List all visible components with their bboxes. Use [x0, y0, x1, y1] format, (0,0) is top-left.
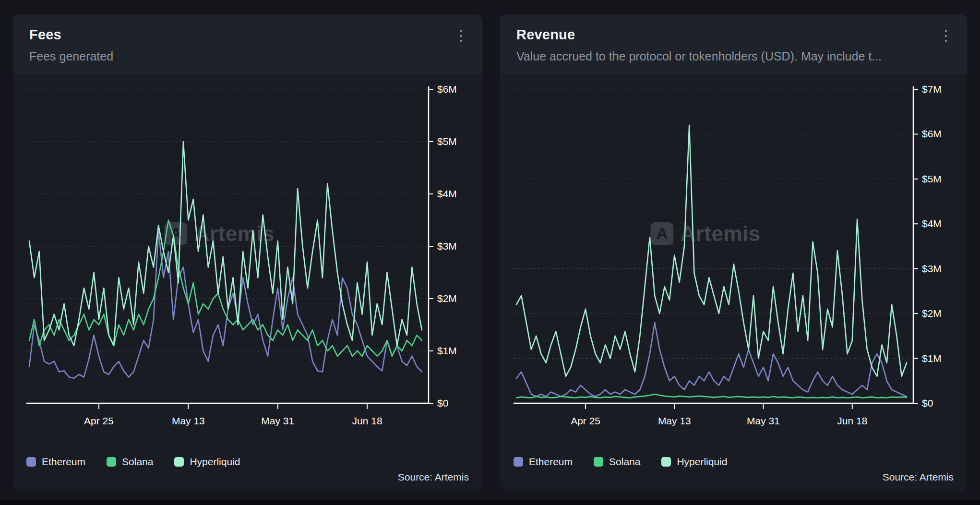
- legend-label: Hyperliquid: [190, 456, 240, 468]
- ethereum-swatch-icon: [26, 457, 36, 467]
- fees-card: Fees Fees generated ⋮ A Artemis $0$1M$2M…: [13, 14, 482, 492]
- revenue-card-header: Revenue Value accrued to the protocol or…: [500, 14, 967, 74]
- bottom-strip: [0, 500, 980, 505]
- legend-label: Ethereum: [529, 456, 573, 468]
- svg-text:Jun 18: Jun 18: [352, 415, 382, 426]
- fees-chart-area: A Artemis $0$1M$2M$3M$4M$5M$6MApr 25May …: [13, 74, 482, 454]
- svg-text:Apr 25: Apr 25: [84, 415, 114, 426]
- solana-swatch-icon: [107, 457, 116, 467]
- source-attribution: Source: Artemis: [514, 471, 954, 483]
- legend-item-hyperliquid[interactable]: Hyperliquid: [661, 456, 727, 468]
- revenue-card-footer: Ethereum Solana Hyperliquid Source: Arte…: [500, 454, 967, 492]
- hyperliquid-swatch-icon: [174, 457, 184, 467]
- svg-text:$6M: $6M: [437, 84, 457, 95]
- legend-item-ethereum[interactable]: Ethereum: [26, 456, 85, 468]
- svg-text:$6M: $6M: [922, 128, 942, 139]
- solana-swatch-icon: [594, 457, 603, 467]
- legend-label: Ethereum: [42, 456, 85, 468]
- svg-text:$0: $0: [437, 397, 448, 409]
- page-title: Fees: [29, 27, 466, 43]
- fees-card-footer: Ethereum Solana Hyperliquid Source: Arte…: [13, 454, 482, 492]
- legend-label: Hyperliquid: [677, 456, 727, 468]
- svg-text:May 31: May 31: [261, 415, 294, 426]
- svg-text:$4M: $4M: [922, 218, 942, 229]
- svg-text:$5M: $5M: [437, 136, 457, 147]
- revenue-line-chart[interactable]: $0$1M$2M$3M$4M$5M$6M$7MApr 25May 13May 3…: [514, 81, 954, 432]
- svg-text:$1M: $1M: [922, 353, 942, 364]
- legend-item-solana[interactable]: Solana: [594, 456, 640, 468]
- legend-item-solana[interactable]: Solana: [107, 456, 153, 468]
- svg-text:$3M: $3M: [922, 263, 942, 274]
- svg-text:Jun 18: Jun 18: [837, 415, 867, 426]
- svg-text:$5M: $5M: [922, 173, 942, 184]
- legend-item-hyperliquid[interactable]: Hyperliquid: [174, 456, 240, 468]
- svg-text:$4M: $4M: [437, 188, 457, 199]
- svg-text:$1M: $1M: [437, 345, 457, 356]
- card-subtitle: Value accrued to the protocol or tokenho…: [516, 49, 951, 63]
- svg-text:$2M: $2M: [922, 308, 942, 319]
- legend-label: Solana: [122, 456, 153, 468]
- revenue-card: Revenue Value accrued to the protocol or…: [500, 14, 967, 492]
- svg-text:Apr 25: Apr 25: [571, 415, 600, 426]
- svg-text:May 31: May 31: [747, 415, 780, 426]
- revenue-chart-area: A Artemis $0$1M$2M$3M$4M$5M$6M$7MApr 25M…: [500, 74, 967, 454]
- fees-card-header: Fees Fees generated ⋮: [13, 14, 482, 74]
- card-subtitle: Fees generated: [29, 49, 466, 63]
- ethereum-swatch-icon: [514, 457, 523, 467]
- svg-text:May 13: May 13: [172, 415, 205, 426]
- legend: Ethereum Solana Hyperliquid: [26, 456, 469, 468]
- hyperliquid-swatch-icon: [661, 457, 671, 467]
- legend-item-ethereum[interactable]: Ethereum: [514, 456, 573, 468]
- svg-text:$0: $0: [922, 397, 933, 409]
- svg-text:$3M: $3M: [437, 240, 457, 252]
- svg-text:$7M: $7M: [922, 84, 942, 95]
- page-title: Revenue: [516, 27, 951, 43]
- source-attribution: Source: Artemis: [26, 471, 469, 483]
- legend: Ethereum Solana Hyperliquid: [514, 456, 954, 468]
- kebab-menu-icon[interactable]: ⋮: [936, 25, 956, 46]
- legend-label: Solana: [609, 456, 640, 468]
- svg-text:$2M: $2M: [437, 293, 457, 304]
- kebab-menu-icon[interactable]: ⋮: [452, 25, 471, 46]
- fees-line-chart[interactable]: $0$1M$2M$3M$4M$5M$6MApr 25May 13May 31Ju…: [26, 81, 469, 432]
- svg-text:May 13: May 13: [658, 415, 691, 426]
